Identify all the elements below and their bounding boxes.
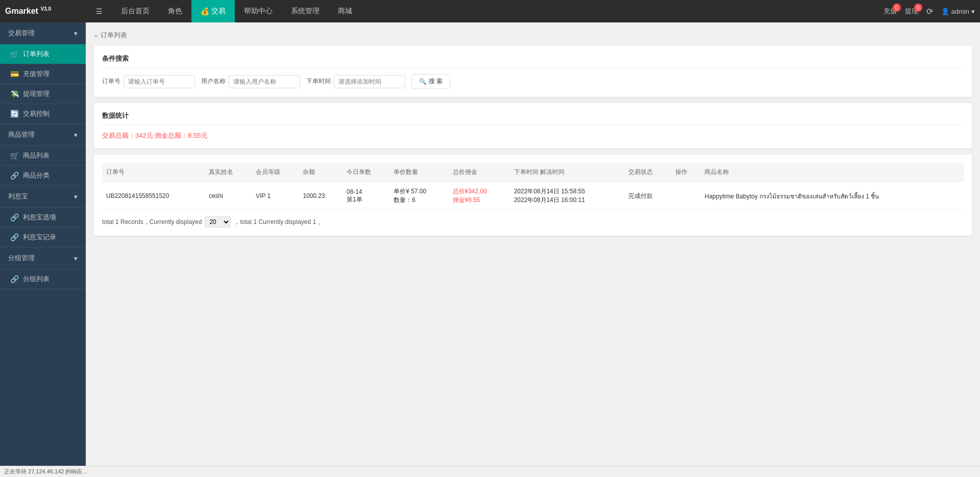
sidebar: 交易管理 ▾ 🛒 订单列表 💳 充值管理 💸 提现管理 🔄 交易控制 商品管理 … bbox=[0, 22, 86, 477]
username-field: 用户名称 bbox=[201, 75, 300, 88]
sidebar-group-groups-label: 分组管理 bbox=[8, 254, 35, 263]
stats-card: 数据统计 交易总额：342元 佣金总额：8.55元 bbox=[94, 103, 972, 148]
col-order-no: 订单号 bbox=[102, 163, 205, 182]
chevron-down-icon: ▾ bbox=[74, 30, 78, 37]
nav-system[interactable]: 系统管理 bbox=[282, 0, 329, 22]
time-input[interactable] bbox=[334, 75, 405, 88]
chevron-down-icon: ▾ bbox=[74, 131, 78, 139]
sidebar-item-interest-options[interactable]: 🔗 利息宝选项 bbox=[0, 208, 86, 228]
nav-home[interactable]: 后台首页 bbox=[112, 0, 159, 22]
col-unit-qty: 单价数量 bbox=[389, 163, 448, 182]
interest-record-icon: 🔗 bbox=[10, 233, 19, 241]
cell-order-no: UB2208141558551520 bbox=[102, 182, 205, 210]
table-card: 订单号 真实姓名 会员等级 余额 今日单数 单价数量 总价佣金 下单时间 解冻时… bbox=[94, 155, 972, 236]
cell-product: Happytime Babytoy กรงไม้ธรรมชาติของเล่นส… bbox=[700, 182, 964, 210]
withdraw-badge: 0 bbox=[914, 4, 922, 12]
sidebar-item-group-list[interactable]: 🔗 分组列表 bbox=[0, 269, 86, 289]
recharge-icon: 💳 bbox=[10, 70, 19, 78]
table-header-row: 订单号 真实姓名 会员等级 余额 今日单数 单价数量 总价佣金 下单时间 解冻时… bbox=[102, 163, 964, 182]
interest-option-icon: 🔗 bbox=[10, 213, 19, 221]
group-icon: 🔗 bbox=[10, 275, 19, 283]
product-icon: 🛒 bbox=[10, 152, 19, 160]
pagination-row: total 1 Records，Currently displayed 20 5… bbox=[102, 216, 964, 228]
trade-control-icon: 🔄 bbox=[10, 110, 19, 118]
sidebar-group-interest[interactable]: 利息宝 ▾ bbox=[0, 186, 86, 208]
search-row: 订单号 用户名称 下单时间 🔍 搜 索 bbox=[102, 74, 964, 89]
col-real-name: 真实姓名 bbox=[205, 163, 252, 182]
chevron-down-icon: ▾ bbox=[74, 255, 78, 262]
time-field: 下单时间 bbox=[306, 75, 405, 88]
table-row: UB2208141558551520 ceshi VIP 1 1000.23 0… bbox=[102, 182, 964, 210]
sidebar-item-product-list[interactable]: 🛒 商品列表 bbox=[0, 146, 86, 166]
sidebar-group-products-label: 商品管理 bbox=[8, 130, 35, 139]
col-level: 会员等级 bbox=[252, 163, 299, 182]
cell-total-commission: 总价¥342.00佣金¥8.55 bbox=[449, 182, 510, 210]
top-right-area: 充值 0 提现 0 ⟳ 👤 admin ▾ bbox=[884, 7, 975, 16]
sidebar-item-trade-control[interactable]: 🔄 交易控制 bbox=[0, 104, 86, 124]
sidebar-group-trade[interactable]: 交易管理 ▾ bbox=[0, 22, 86, 44]
app-logo: Gmarket V3.0 bbox=[5, 6, 77, 16]
search-button[interactable]: 🔍 搜 索 bbox=[411, 74, 450, 89]
breadcrumb-arrow: » bbox=[94, 32, 97, 39]
col-today-orders: 今日单数 bbox=[342, 163, 389, 182]
admin-menu[interactable]: 👤 admin ▾ bbox=[941, 8, 975, 15]
sidebar-item-interest-records[interactable]: 🔗 利息宝记录 bbox=[0, 228, 86, 247]
stats-section: 交易总额：342元 佣金总额：8.55元 bbox=[102, 131, 964, 140]
main-content: » 订单列表 条件搜索 订单号 用户名称 下单时间 🔍 bbox=[86, 22, 980, 477]
sidebar-item-order-list[interactable]: 🛒 订单列表 bbox=[0, 44, 86, 64]
recharge-btn[interactable]: 充值 0 bbox=[884, 7, 897, 16]
breadcrumb: » 订单列表 bbox=[94, 31, 972, 40]
sidebar-group-groups[interactable]: 分组管理 ▾ bbox=[0, 247, 86, 269]
col-status: 交易状态 bbox=[624, 163, 671, 182]
cell-action bbox=[671, 182, 701, 210]
stats-text: 交易总额：342元 佣金总额：8.55元 bbox=[102, 132, 208, 139]
cell-real-name: ceshi bbox=[205, 182, 252, 210]
col-total-commission: 总价佣金 bbox=[449, 163, 510, 182]
nav-help[interactable]: 帮助中心 bbox=[235, 0, 282, 22]
search-card: 条件搜索 订单号 用户名称 下单时间 🔍 搜 索 bbox=[94, 46, 972, 97]
category-icon: 🔗 bbox=[10, 171, 19, 180]
orders-table: 订单号 真实姓名 会员等级 余额 今日单数 单价数量 总价佣金 下单时间 解冻时… bbox=[102, 163, 964, 210]
col-time: 下单时间 解冻时间 bbox=[510, 163, 624, 182]
nav-role[interactable]: 角色 bbox=[159, 0, 191, 22]
sidebar-item-product-category[interactable]: 🔗 商品分类 bbox=[0, 166, 86, 186]
status-text: 正在等待 27.124.46.142 的响应... bbox=[4, 468, 87, 475]
stats-title: 数据统计 bbox=[102, 111, 964, 125]
pagination-suffix: ，total 1 Currently displayed 1 。 bbox=[234, 218, 324, 227]
breadcrumb-current: 订单列表 bbox=[101, 31, 127, 40]
withdraw-icon: 💸 bbox=[10, 90, 19, 98]
main-layout: 交易管理 ▾ 🛒 订单列表 💳 充值管理 💸 提现管理 🔄 交易控制 商品管理 … bbox=[0, 22, 980, 477]
sidebar-item-withdraw[interactable]: 💸 提现管理 bbox=[0, 84, 86, 104]
cell-status: 完成付款 bbox=[624, 182, 671, 210]
pagination-total-text: total 1 Records，Currently displayed bbox=[102, 218, 202, 227]
cart-icon: 🛒 bbox=[10, 50, 19, 58]
order-no-input[interactable] bbox=[124, 75, 195, 88]
menu-toggle[interactable]: ☰ bbox=[87, 0, 112, 22]
status-bar: 正在等待 27.124.46.142 的响应... bbox=[0, 466, 980, 477]
withdraw-btn[interactable]: 提现 0 bbox=[905, 7, 918, 16]
cell-balance: 1000.23 bbox=[299, 182, 342, 210]
refresh-btn[interactable]: ⟳ bbox=[926, 7, 933, 16]
order-no-field: 订单号 bbox=[102, 75, 195, 88]
col-balance: 余额 bbox=[299, 163, 342, 182]
username-label: 用户名称 bbox=[201, 77, 226, 86]
time-label: 下单时间 bbox=[306, 77, 331, 86]
nav-trade[interactable]: 💰 交易 bbox=[191, 0, 235, 22]
cell-today-orders: 08-14第1单 bbox=[342, 182, 389, 210]
top-navigation: Gmarket V3.0 ☰ 后台首页 角色 💰 交易 帮助中心 系统管理 商城… bbox=[0, 0, 980, 22]
nav-shop[interactable]: 商城 bbox=[329, 0, 361, 22]
table-wrap: 订单号 真实姓名 会员等级 余额 今日单数 单价数量 总价佣金 下单时间 解冻时… bbox=[102, 163, 964, 210]
top-menu: ☰ 后台首页 角色 💰 交易 帮助中心 系统管理 商城 bbox=[87, 0, 884, 22]
col-product: 商品名称 bbox=[700, 163, 964, 182]
cell-unit-qty: 单价¥ 57.00数量：6 bbox=[389, 182, 448, 210]
order-no-label: 订单号 bbox=[102, 77, 120, 86]
page-size-select[interactable]: 20 50 100 bbox=[205, 216, 231, 228]
sidebar-group-interest-label: 利息宝 bbox=[8, 192, 28, 201]
sidebar-group-products[interactable]: 商品管理 ▾ bbox=[0, 124, 86, 146]
cell-time: 2022年08月14日 15:58:552022年08月14日 16:00:11 bbox=[510, 182, 624, 210]
col-action: 操作 bbox=[671, 163, 701, 182]
sidebar-item-recharge[interactable]: 💳 充值管理 bbox=[0, 64, 86, 84]
username-input[interactable] bbox=[229, 75, 300, 88]
cell-level: VIP 1 bbox=[252, 182, 299, 210]
recharge-badge: 0 bbox=[893, 4, 901, 12]
